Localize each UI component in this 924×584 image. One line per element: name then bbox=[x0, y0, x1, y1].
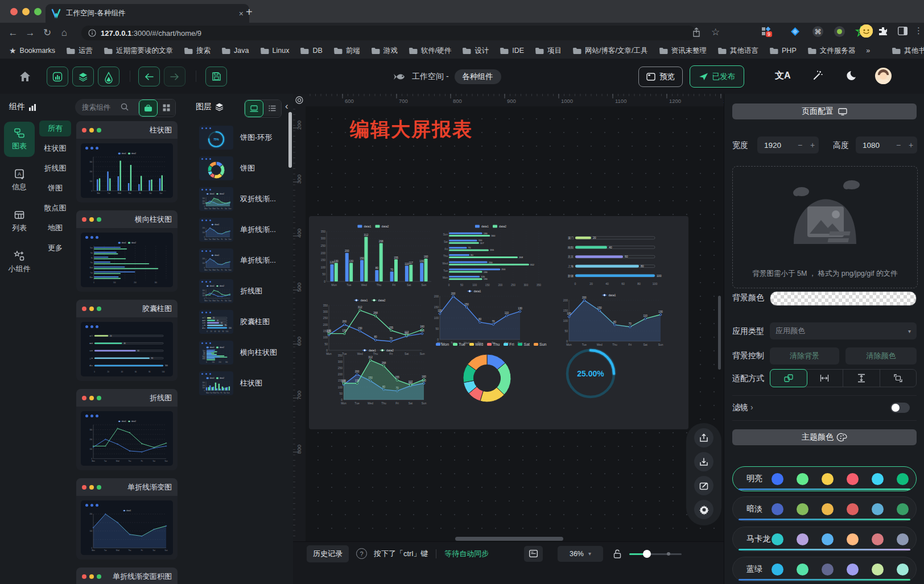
layer-item[interactable]: 饼图 bbox=[181, 153, 293, 184]
publish-button[interactable]: 已发布 bbox=[690, 65, 744, 88]
theme-color-dot[interactable] bbox=[797, 503, 808, 515]
bookmark-folder[interactable]: 文件服务器 bbox=[807, 46, 856, 56]
chart-bar[interactable]: data1data2050100150200250300350MonTueWed… bbox=[317, 223, 434, 287]
bookmark-star-icon[interactable]: ☆ bbox=[711, 26, 720, 38]
theme-row-马卡龙[interactable]: 马卡龙 bbox=[732, 527, 917, 552]
theme-color-dot[interactable] bbox=[822, 503, 834, 515]
dark-mode-moon-icon[interactable] bbox=[847, 70, 858, 81]
theme-color-dot[interactable] bbox=[847, 503, 859, 515]
bookmark-folder[interactable]: 设计 bbox=[462, 46, 489, 56]
layer-scrollbar[interactable] bbox=[288, 112, 292, 168]
bookmarks-root[interactable]: ★Bookmarks bbox=[9, 46, 55, 55]
increment-icon[interactable]: + bbox=[806, 140, 819, 150]
bookmark-folder[interactable]: 搜索 bbox=[184, 46, 211, 56]
category-更多[interactable]: 更多 bbox=[39, 240, 71, 256]
fit-scale-button[interactable] bbox=[770, 369, 807, 387]
chart-line-single[interactable]: data1050100150200MonTueWedThuFriSatSun12… bbox=[430, 288, 522, 345]
forward-icon[interactable]: → bbox=[22, 27, 39, 39]
background-upload-dropzone[interactable]: 背景图需小于 5M ， 格式为 png/jpg/gif 的文件 bbox=[732, 166, 918, 288]
redo-button[interactable] bbox=[164, 67, 185, 86]
chart-ring-progress[interactable]: 25.00% bbox=[563, 346, 618, 401]
theme-color-dot[interactable] bbox=[847, 564, 859, 575]
theme-color-dot[interactable] bbox=[872, 473, 884, 485]
export-button[interactable] bbox=[694, 428, 713, 448]
fit-height-button[interactable] bbox=[843, 370, 880, 387]
extension-grid-icon[interactable]: 9 bbox=[761, 27, 770, 36]
side-panel-icon[interactable] bbox=[898, 27, 908, 35]
decrement-icon[interactable]: − bbox=[794, 140, 806, 150]
bookmark-folder[interactable]: 运营 bbox=[66, 46, 93, 56]
browser-tab[interactable]: 工作空间-各种组件 × bbox=[46, 4, 249, 23]
settings-gear-icon[interactable] bbox=[694, 500, 713, 519]
theme-row-暗淡[interactable]: 暗淡 bbox=[732, 496, 917, 521]
editor-canvas[interactable]: 6007008009001000110012001300 20030040050… bbox=[293, 94, 724, 584]
grid-view-button[interactable] bbox=[158, 100, 175, 115]
category-饼图[interactable]: 饼图 bbox=[39, 180, 71, 196]
components-toolbar-button[interactable] bbox=[47, 67, 68, 86]
layers-toolbar-button[interactable] bbox=[72, 67, 94, 86]
sidebar-tab-列表[interactable]: 列表 bbox=[4, 204, 35, 239]
component-card[interactable]: 单折线渐变面积图data10100200MonTueWedThuFriSatSu… bbox=[76, 568, 178, 584]
search-icon[interactable] bbox=[121, 103, 129, 111]
chart-pie-donut[interactable] bbox=[463, 353, 512, 404]
decrement-icon[interactable]: − bbox=[892, 140, 905, 150]
other-bookmarks[interactable]: 其他书签 bbox=[892, 46, 924, 56]
bookmark-folder[interactable]: 近期需要读的文章 bbox=[104, 46, 173, 56]
bookmark-folder[interactable]: PHP bbox=[769, 46, 797, 56]
canvas-horizontal-scrollbar[interactable] bbox=[455, 537, 563, 541]
ruler-corner[interactable] bbox=[293, 94, 306, 107]
extension-diamond-icon[interactable] bbox=[791, 27, 799, 36]
layer-item[interactable]: 厦门20南阳40北京60上海80新疆100020406080100胶囊柱图 bbox=[181, 307, 293, 337]
home-icon[interactable]: ⌂ bbox=[56, 27, 73, 39]
category-柱状图[interactable]: 柱状图 bbox=[39, 140, 71, 156]
language-icon[interactable]: 文A bbox=[775, 70, 791, 82]
chart-area-dual[interactable]: data1data2050100150200250300350MonTueWed… bbox=[334, 347, 426, 405]
theme-row-明亮[interactable]: 明亮 bbox=[732, 466, 917, 491]
theme-color-dot[interactable] bbox=[772, 533, 783, 545]
back-icon[interactable]: ← bbox=[5, 27, 22, 39]
bookmark-folder[interactable]: 网站/博客/文章/工具 bbox=[572, 46, 647, 56]
component-card[interactable]: 折线图data1data20100200300MonTueWedThuFriSa… bbox=[76, 389, 178, 470]
eye-icon[interactable] bbox=[295, 96, 303, 104]
bookmark-folder[interactable]: 游戏 bbox=[371, 46, 398, 56]
component-view-button[interactable] bbox=[139, 100, 158, 117]
theme-color-dot[interactable] bbox=[822, 473, 834, 485]
bookmark-folder[interactable]: Java bbox=[221, 46, 249, 56]
reload-icon[interactable]: ↻ bbox=[39, 27, 56, 39]
layer-item[interactable]: 75%饼图-环形 bbox=[181, 122, 293, 153]
filter-toggle-switch[interactable] bbox=[890, 403, 910, 413]
extension-dot-icon[interactable] bbox=[834, 26, 845, 37]
undo-button[interactable] bbox=[138, 67, 160, 86]
layer-item[interactable]: data10100200MonTueWedThuFriSatSun单折线渐... bbox=[181, 245, 293, 276]
category-所有[interactable]: 所有 bbox=[39, 121, 71, 136]
chart-capsule[interactable]: 厦门20南阳40北京60上海80新疆100020406080100 bbox=[562, 229, 664, 285]
bookmarks-overflow-icon[interactable]: » bbox=[866, 47, 870, 55]
theme-color-dot[interactable] bbox=[797, 473, 808, 485]
details-toolbar-button[interactable] bbox=[98, 67, 119, 86]
dashboard-background-group[interactable]: data1data2050100150200250300350MonTueWed… bbox=[309, 216, 688, 429]
theme-color-dot[interactable] bbox=[872, 564, 884, 575]
browser-menu-icon[interactable]: ⋮ bbox=[914, 26, 923, 36]
layer-item[interactable]: data1data20100200300MonTueWedThuFriSatSu… bbox=[181, 276, 293, 307]
history-button[interactable]: 历史记录 bbox=[307, 545, 349, 562]
component-card[interactable]: 柱状图data1data20100200300MonTueWedThuFriSa… bbox=[76, 121, 178, 202]
clear-background-button[interactable]: 清除背景 bbox=[770, 347, 839, 365]
theme-color-dot[interactable] bbox=[897, 564, 909, 575]
bookmark-folder[interactable]: 项目 bbox=[535, 46, 562, 56]
sidebar-tab-信息[interactable]: A信息 bbox=[4, 163, 35, 198]
panel-vertical-scrollbar[interactable] bbox=[718, 296, 721, 370]
chart-line-gradient[interactable]: data1050100150200MonTueWedThuFriSatSun12… bbox=[559, 292, 663, 346]
zoom-select[interactable]: 36%▾ bbox=[558, 546, 603, 562]
fit-stretch-button[interactable] bbox=[880, 370, 917, 387]
bookmark-folder[interactable]: 前端 bbox=[333, 46, 360, 56]
tab-close-icon[interactable]: × bbox=[239, 9, 244, 18]
extensions-puzzle-icon[interactable] bbox=[878, 26, 888, 36]
clear-color-button[interactable]: 清除颜色 bbox=[845, 347, 917, 365]
import-button[interactable] bbox=[694, 452, 713, 471]
macos-minimize-button[interactable] bbox=[22, 8, 30, 15]
theme-color-dot[interactable] bbox=[897, 503, 909, 515]
notes-panel-button[interactable] bbox=[524, 546, 543, 562]
user-avatar[interactable] bbox=[875, 68, 892, 84]
bookmark-folder[interactable]: Linux bbox=[260, 46, 290, 56]
fit-width-button[interactable] bbox=[807, 370, 844, 387]
